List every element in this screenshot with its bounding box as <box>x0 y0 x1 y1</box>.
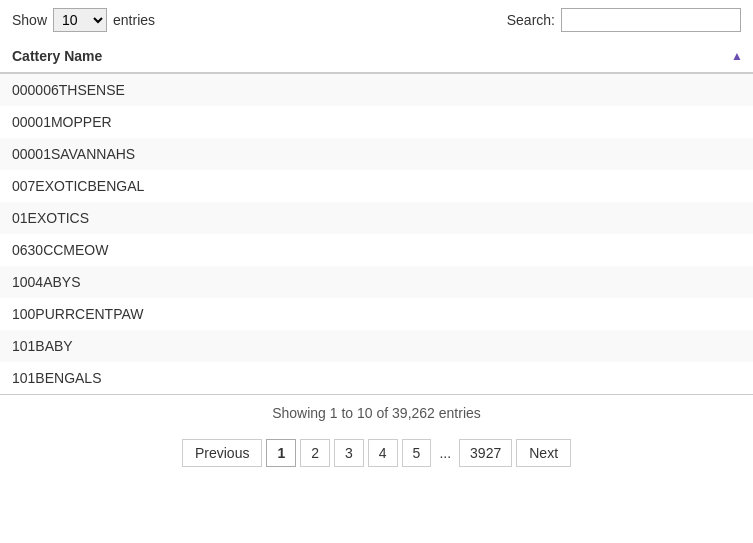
showing-text: Showing 1 to 10 of 39,262 entries <box>272 405 481 421</box>
page-1-button[interactable]: 1 <box>266 439 296 467</box>
table-header-row: Cattery Name ▲ <box>0 40 753 73</box>
ellipsis: ... <box>435 440 455 466</box>
cattery-name-cell: 0630CCMEOW <box>0 234 753 266</box>
table-row: 1004ABYS <box>0 266 753 298</box>
cattery-name-cell: 007EXOTICBENGAL <box>0 170 753 202</box>
entries-label: entries <box>113 12 155 28</box>
table-row: 000006THSENSE <box>0 73 753 106</box>
top-controls: Show 10 25 50 100 entries Search: <box>0 0 753 40</box>
pagination: Previous 1 2 3 4 5 ... 3927 Next <box>0 431 753 475</box>
table-row: 00001SAVANNAHS <box>0 138 753 170</box>
table-row: 007EXOTICBENGAL <box>0 170 753 202</box>
cattery-name-cell: 101BENGALS <box>0 362 753 394</box>
page-3-button[interactable]: 3 <box>334 439 364 467</box>
cattery-name-cell: 01EXOTICS <box>0 202 753 234</box>
cattery-table: Cattery Name ▲ 000006THSENSE00001MOPPER0… <box>0 40 753 394</box>
table-footer: Showing 1 to 10 of 39,262 entries <box>0 394 753 431</box>
cattery-name-header[interactable]: Cattery Name ▲ <box>0 40 753 73</box>
next-button[interactable]: Next <box>516 439 571 467</box>
search-input[interactable] <box>561 8 741 32</box>
table-row: 101BABY <box>0 330 753 362</box>
cattery-name-cell: 000006THSENSE <box>0 73 753 106</box>
table-body: 000006THSENSE00001MOPPER00001SAVANNAHS00… <box>0 73 753 394</box>
cattery-name-cell: 1004ABYS <box>0 266 753 298</box>
search-label: Search: <box>507 12 555 28</box>
table-row: 01EXOTICS <box>0 202 753 234</box>
cattery-name-cell: 00001SAVANNAHS <box>0 138 753 170</box>
page-5-button[interactable]: 5 <box>402 439 432 467</box>
page-2-button[interactable]: 2 <box>300 439 330 467</box>
table-row: 0630CCMEOW <box>0 234 753 266</box>
page-4-button[interactable]: 4 <box>368 439 398 467</box>
previous-button[interactable]: Previous <box>182 439 262 467</box>
show-entries: Show 10 25 50 100 entries <box>12 8 155 32</box>
cattery-name-cell: 101BABY <box>0 330 753 362</box>
entries-select[interactable]: 10 25 50 100 <box>53 8 107 32</box>
sort-arrow-icon: ▲ <box>731 49 743 63</box>
last-page-button[interactable]: 3927 <box>459 439 512 467</box>
table-row: 101BENGALS <box>0 362 753 394</box>
table-row: 100PURRCENTPAW <box>0 298 753 330</box>
show-label: Show <box>12 12 47 28</box>
cattery-name-cell: 100PURRCENTPAW <box>0 298 753 330</box>
search-area: Search: <box>507 8 741 32</box>
cattery-name-cell: 00001MOPPER <box>0 106 753 138</box>
table-row: 00001MOPPER <box>0 106 753 138</box>
